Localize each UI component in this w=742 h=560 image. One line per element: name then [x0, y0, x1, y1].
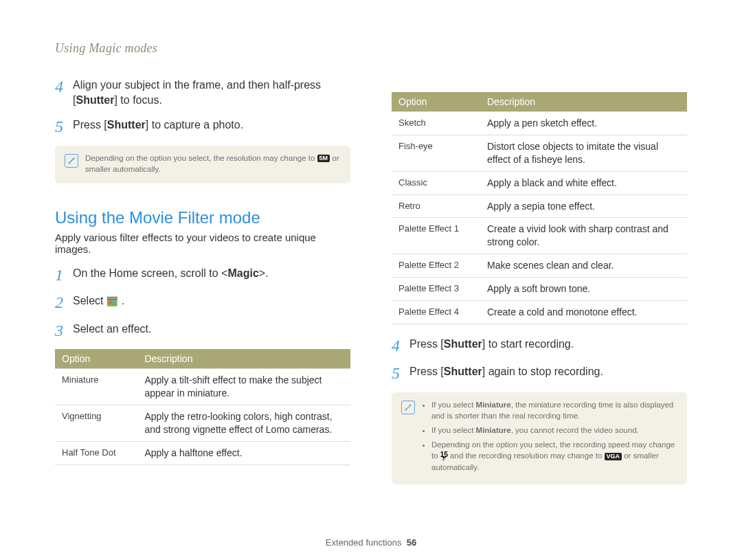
note-bullet: If you select Miniature, you cannot reco… — [431, 425, 677, 436]
table-row: Palette Effect 4Create a cold and monoto… — [392, 301, 687, 324]
footer-page-number: 56 — [407, 537, 416, 548]
note-icon — [65, 154, 78, 168]
table-row: Palette Effect 1Create a vivid look with… — [392, 218, 687, 254]
table-cell: Sketch — [392, 112, 480, 135]
footer-section: Extended functions — [326, 537, 402, 548]
movie-filter-icon — [106, 296, 122, 307]
table-cell: Miniature — [55, 369, 137, 405]
subheading: Apply various filter effects to your vid… — [55, 232, 350, 255]
heading-movie-filter: Using the Movie Filter mode — [55, 208, 350, 227]
table-cell: Apply a tilt-shift effect to make the su… — [137, 369, 350, 405]
table-row: MiniatureApply a tilt-shift effect to ma… — [55, 369, 350, 405]
table-row: Half Tone DotApply a halftone effect. — [55, 441, 350, 464]
step-text: Select an effect. — [73, 322, 151, 337]
steps-right: 4Press [Shutter] to start recording.5Pre… — [392, 337, 687, 383]
svg-rect-5 — [113, 298, 115, 299]
resolution-badge-icon: 5M — [317, 155, 330, 162]
table-cell: Palette Effect 4 — [392, 301, 480, 324]
step: 5Press [Shutter] again to stop recording… — [392, 364, 687, 382]
table-row: RetroApply a sepia tone effect. — [392, 194, 687, 218]
step-text: Press [Shutter] to start recording. — [409, 337, 574, 352]
step-number: 1 — [55, 266, 73, 284]
table-cell: Classic — [392, 171, 480, 194]
svg-point-7 — [109, 301, 112, 304]
steps-bottom-left: 1On the Home screen, scroll to <Magic>.2… — [55, 266, 350, 339]
table-cell: Palette Effect 2 — [392, 254, 480, 278]
section-header: Using Magic modes — [55, 41, 350, 56]
table-cell: Retro — [392, 194, 480, 218]
step: 3Select an effect. — [55, 322, 350, 339]
table-cell: Apply a sepia tone effect. — [480, 194, 687, 218]
table-cell: Palette Effect 3 — [392, 278, 480, 301]
table-cell: Half Tone Dot — [55, 441, 137, 464]
step-text: Select . — [73, 293, 124, 309]
page-footer: Extended functions 56 — [0, 537, 742, 548]
svg-rect-0 — [107, 299, 117, 306]
options-table-right: Option Description SketchApply a pen ske… — [392, 92, 687, 324]
table-cell: Palette Effect 1 — [392, 218, 480, 254]
svg-rect-3 — [110, 298, 111, 299]
table-header-description: Description — [137, 349, 350, 369]
step-number: 3 — [55, 322, 73, 339]
table-row: VignettingApply the retro-looking colors… — [55, 405, 350, 441]
svg-rect-6 — [115, 298, 117, 299]
step-number: 5 — [392, 364, 409, 382]
table-cell: Create a cold and monotone effect. — [480, 301, 687, 324]
step-number: 4 — [55, 78, 73, 96]
step-text: Press [Shutter] again to stop recording. — [409, 364, 603, 379]
svg-point-8 — [113, 301, 116, 304]
step-number: 4 — [392, 337, 409, 355]
svg-rect-2 — [108, 298, 109, 299]
step-number: 5 — [55, 117, 73, 135]
note-bullet: Depending on the option you select, the … — [431, 439, 677, 473]
step-number: 2 — [55, 293, 73, 311]
steps-top: 4Align your subject in the frame, and th… — [55, 78, 350, 136]
table-cell: Distort close objects to imitate the vis… — [480, 135, 687, 171]
note-bullet: If you select Miniature, the miniature r… — [431, 399, 677, 422]
step-text: Align your subject in the frame, and the… — [73, 78, 350, 108]
step-text: On the Home screen, scroll to <Magic>. — [73, 266, 269, 281]
table-cell: Apply a black and white effect. — [480, 171, 687, 194]
table-cell: Apply a soft brown tone. — [480, 278, 687, 301]
table-header-description: Description — [480, 92, 687, 112]
table-cell: Apply a halftone effect. — [137, 441, 350, 464]
step: 5Press [Shutter] to capture a photo. — [55, 117, 350, 135]
table-cell: Make scenes clean and clear. — [480, 254, 687, 278]
vga-badge-icon: VGA — [605, 453, 622, 460]
table-cell: Fish-eye — [392, 135, 480, 171]
table-row: SketchApply a pen sketch effect. — [392, 112, 687, 135]
table-row: Palette Effect 3Apply a soft brown tone. — [392, 278, 687, 301]
step: 4Align your subject in the frame, and th… — [55, 78, 350, 108]
table-cell: Create a vivid look with sharp contrast … — [480, 218, 687, 254]
table-row: Fish-eyeDistort close objects to imitate… — [392, 135, 687, 171]
table-cell: Vignetting — [55, 405, 137, 441]
options-table-left: Option Description MiniatureApply a tilt… — [55, 349, 350, 464]
table-header-option: Option — [55, 349, 137, 369]
step-text: Press [Shutter] to capture a photo. — [73, 117, 243, 133]
note-icon — [401, 401, 415, 414]
step: 2Select . — [55, 293, 350, 311]
note-text-prefix: Depending on the option you select, the … — [85, 154, 317, 162]
fps-icon: 15F — [440, 451, 448, 462]
table-row: Palette Effect 2Make scenes clean and cl… — [392, 254, 687, 278]
step: 1On the Home screen, scroll to <Magic>. — [55, 266, 350, 284]
svg-rect-4 — [111, 298, 113, 299]
table-row: ClassicApply a black and white effect. — [392, 171, 687, 194]
note-resolution: Depending on the option you select, the … — [55, 146, 350, 183]
table-cell: Apply a pen sketch effect. — [480, 112, 687, 135]
table-header-option: Option — [392, 92, 480, 112]
note-miniature: If you select Miniature, the miniature r… — [392, 392, 687, 484]
step: 4Press [Shutter] to start recording. — [392, 337, 687, 355]
table-cell: Apply the retro-looking colors, high con… — [137, 405, 350, 441]
